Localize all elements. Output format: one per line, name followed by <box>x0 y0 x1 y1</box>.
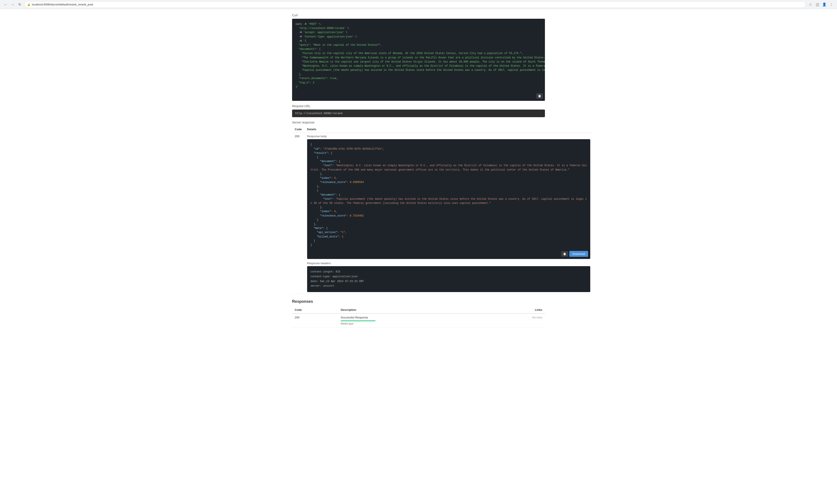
download-btn-area: 📋 Download <box>561 251 588 257</box>
bookmark-button[interactable]: ☆ <box>807 1 814 7</box>
response-headers-label: Response headers <box>307 262 590 265</box>
menu-button[interactable]: ⋮ <box>828 1 834 7</box>
security-icon: 🔒 <box>27 3 31 6</box>
response-code: 200 <box>292 133 304 294</box>
green-bar <box>341 320 376 321</box>
code-header: Code <box>292 126 304 133</box>
request-url-section: Request URL http://localhost:8090/rerank <box>292 104 545 117</box>
extensions-button[interactable]: ◫ <box>814 1 820 7</box>
server-response-title: Server response <box>292 121 545 124</box>
back-button[interactable]: ← <box>3 1 9 7</box>
url-text: localhost:8090/docs#/default/rerank_rera… <box>32 3 803 6</box>
profile-button[interactable]: 👤 <box>821 1 827 7</box>
responses-description-header: Description <box>338 306 488 313</box>
request-url-label: Request URL <box>292 104 545 108</box>
page-content: Curl curl -X 'POST' \ 'http://localhost:… <box>288 9 549 332</box>
curl-copy-button[interactable]: 📋 <box>536 93 543 99</box>
browser-chrome: ← → ↻ 🔒 localhost:8090/docs#/default/rer… <box>0 0 837 9</box>
media-type-label: Media type <box>341 322 485 325</box>
response-json-block: { "id": "37a8c08b-b7bc-4f86-85fb-96456c1… <box>307 139 590 259</box>
curl-code-block: curl -X 'POST' \ 'http://localhost:8090/… <box>292 19 545 101</box>
responses-section: Responses Code Description Links 200 Suc… <box>292 299 545 328</box>
response-table: Code Details 200 Response body { "id": "… <box>292 126 593 294</box>
request-url-value: http://localhost:8090/rerank <box>292 110 545 117</box>
successful-response-label: Successful Response <box>341 316 485 319</box>
responses-links-cell: No links <box>488 313 545 328</box>
response-json-open: { "id": "37a8c08b-b7bc-4f86-85fb-96456c1… <box>310 143 587 246</box>
response-row: 200 Response body { "id": "37a8c08b-b7bc… <box>292 133 593 294</box>
response-body-label: Response body <box>307 135 590 138</box>
response-headers-block: content-length: 823 content-type: applic… <box>307 266 590 292</box>
responses-description-cell: Successful Response Media type <box>338 313 488 328</box>
responses-table: Code Description Links 200 Successful Re… <box>292 306 545 328</box>
curl-label: Curl <box>292 14 545 17</box>
responses-title: Responses <box>292 299 545 304</box>
address-bar[interactable]: 🔒 localhost:8090/docs#/default/rerank_re… <box>24 1 806 8</box>
responses-row: 200 Successful Response Media type No li… <box>292 313 545 328</box>
reload-button[interactable]: ↻ <box>17 1 23 7</box>
details-header: Details <box>304 126 593 133</box>
responses-code-header: Code <box>292 306 338 313</box>
nav-buttons: ← → ↻ <box>3 1 23 7</box>
forward-button[interactable]: → <box>10 1 16 7</box>
copy-json-button[interactable]: 📋 <box>561 251 568 257</box>
response-details: Response body { "id": "37a8c08b-b7bc-4f8… <box>304 133 593 294</box>
download-button[interactable]: Download <box>569 251 588 257</box>
browser-actions: ☆ ◫ 👤 ⋮ <box>807 1 834 7</box>
responses-links-header: Links <box>488 306 545 313</box>
curl-code-text: curl -X 'POST' \ 'http://localhost:8090/… <box>296 23 545 89</box>
server-response-section: Server response Code Details 200 Respons… <box>292 121 545 294</box>
response-body-container: Response body { "id": "37a8c08b-b7bc-4f8… <box>307 135 590 292</box>
responses-code-cell: 200 <box>292 313 338 328</box>
